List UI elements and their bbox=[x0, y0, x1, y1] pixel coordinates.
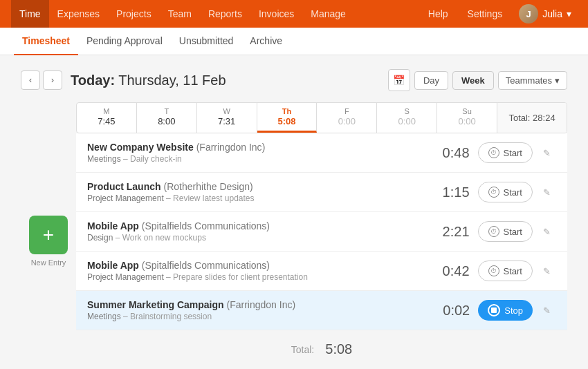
nav-invoices[interactable]: Invoices bbox=[250, 0, 302, 28]
start-button-1[interactable]: ⏱ Start bbox=[478, 182, 533, 202]
edit-button-3[interactable]: ✎ bbox=[537, 261, 556, 281]
day-thursday[interactable]: Th 5:08 bbox=[257, 103, 318, 133]
start-label: Start bbox=[504, 227, 522, 237]
stop-label: Stop bbox=[504, 305, 523, 316]
entries-area: M 7:45 T 8:00 W 7:31 Th 5:08 F 0:00 bbox=[76, 102, 567, 368]
edit-button-0[interactable]: ✎ bbox=[537, 143, 556, 162]
chevron-down-icon: ▾ bbox=[555, 75, 560, 86]
date-navigation: ‹ › bbox=[21, 70, 62, 90]
content-area: + New Entry M 7:45 T 8:00 W 7:31 bbox=[21, 102, 567, 368]
start-button-3[interactable]: ⏱ Start bbox=[478, 261, 533, 281]
start-label: Start bbox=[504, 266, 522, 276]
day-time-w: 7:31 bbox=[203, 116, 251, 126]
start-button-0[interactable]: ⏱ Start bbox=[478, 142, 533, 163]
entry-desc: Project Management – Prepare slides for … bbox=[87, 272, 428, 282]
clock-icon: ⏱ bbox=[488, 226, 499, 237]
day-monday[interactable]: M 7:45 bbox=[77, 103, 137, 133]
entry-row: Mobile App (Spitalfields Communications)… bbox=[76, 212, 567, 252]
project-name: Mobile App bbox=[87, 220, 139, 231]
entry-desc: Project Management – Review latest updat… bbox=[87, 193, 428, 203]
nav-projects[interactable]: Projects bbox=[108, 0, 160, 28]
total-value: 5:08 bbox=[325, 341, 352, 357]
entry-row-running: Summer Marketing Campaign (Farringdon In… bbox=[76, 291, 567, 330]
teammates-button[interactable]: Teammates ▾ bbox=[498, 71, 567, 90]
entry-time: 0:02 bbox=[428, 303, 470, 319]
day-label-su: Su bbox=[443, 107, 491, 115]
username: Julia bbox=[542, 8, 562, 19]
day-view-button[interactable]: Day bbox=[414, 71, 448, 90]
new-entry-label: New Entry bbox=[31, 258, 66, 267]
client-name: (Spitalfields Communications) bbox=[142, 220, 270, 231]
clock-icon: ⏱ bbox=[488, 187, 499, 198]
client-name: (Farringdon Inc) bbox=[196, 142, 266, 153]
tab-unsubmitted[interactable]: Unsubmitted bbox=[171, 28, 242, 55]
entry-time: 2:21 bbox=[428, 224, 470, 240]
task-name: Design bbox=[87, 233, 113, 243]
day-label-f: F bbox=[322, 107, 371, 115]
day-saturday[interactable]: S 0:00 bbox=[377, 103, 437, 133]
stop-button[interactable]: Stop bbox=[478, 300, 533, 321]
entry-project: Mobile App (Spitalfields Communications) bbox=[87, 260, 428, 271]
nav-expenses[interactable]: Expenses bbox=[49, 0, 108, 28]
entry-description: Work on new mockups bbox=[122, 233, 206, 243]
entry-project: Mobile App (Spitalfields Communications) bbox=[87, 220, 428, 231]
day-time-m: 7:45 bbox=[82, 116, 131, 126]
entry-time: 0:42 bbox=[428, 263, 470, 279]
teammates-label: Teammates bbox=[506, 75, 552, 86]
day-tuesday[interactable]: T 8:00 bbox=[137, 103, 197, 133]
day-time-th: 5:08 bbox=[263, 116, 311, 126]
entry-project: Summer Marketing Campaign (Farringdon In… bbox=[87, 299, 428, 310]
entry-desc: Design – Work on new mockups bbox=[87, 233, 428, 243]
entry-desc: Meetings – Daily check-in bbox=[87, 154, 428, 164]
nav-team[interactable]: Team bbox=[160, 0, 200, 28]
nav-time[interactable]: Time bbox=[11, 0, 49, 28]
edit-button-2[interactable]: ✎ bbox=[537, 222, 556, 241]
clock-icon: ⏱ bbox=[488, 147, 499, 158]
main-content: ‹ › Today: Thursday, 11 Feb 📅 Day Week T… bbox=[0, 55, 588, 369]
tab-pending-approval[interactable]: Pending Approval bbox=[78, 28, 171, 55]
day-wednesday[interactable]: W 7:31 bbox=[197, 103, 257, 133]
entry-description: Brainstorming session bbox=[130, 312, 212, 321]
day-label-t: T bbox=[143, 107, 191, 115]
today-label: Today: bbox=[71, 73, 115, 88]
view-controls: 📅 Day Week Teammates ▾ bbox=[388, 69, 567, 91]
entry-info: Product Launch (Rotherhithe Design) Proj… bbox=[87, 181, 428, 203]
nav-settings[interactable]: Settings bbox=[459, 0, 511, 28]
start-button-2[interactable]: ⏱ Start bbox=[478, 221, 533, 242]
tab-archive[interactable]: Archive bbox=[241, 28, 291, 55]
day-sunday[interactable]: Su 0:00 bbox=[437, 103, 497, 133]
week-view-button[interactable]: Week bbox=[452, 71, 494, 90]
project-name: Summer Marketing Campaign bbox=[87, 299, 224, 310]
edit-button-1[interactable]: ✎ bbox=[537, 182, 556, 202]
task-name: Meetings bbox=[87, 154, 121, 164]
stop-square-icon bbox=[491, 308, 497, 313]
nav-manage[interactable]: Manage bbox=[302, 0, 354, 28]
client-name: (Rotherhithe Design) bbox=[163, 181, 252, 192]
day-time-su: 0:00 bbox=[443, 116, 491, 126]
day-label-s: S bbox=[383, 107, 431, 115]
total-label: Total: bbox=[291, 344, 314, 355]
user-menu[interactable]: J Julia ▾ bbox=[513, 4, 577, 23]
nav-help[interactable]: Help bbox=[420, 0, 457, 28]
edit-button-4[interactable]: ✎ bbox=[537, 301, 556, 320]
date-title: Today: Thursday, 11 Feb bbox=[71, 73, 226, 88]
new-entry-section: + New Entry bbox=[21, 102, 76, 368]
nav-reports[interactable]: Reports bbox=[200, 0, 250, 28]
prev-button[interactable]: ‹ bbox=[21, 70, 40, 90]
task-name: Project Management bbox=[87, 272, 164, 282]
new-entry-button[interactable]: + bbox=[29, 216, 68, 254]
next-button[interactable]: › bbox=[43, 70, 62, 90]
project-name: Mobile App bbox=[87, 260, 139, 271]
calendar-icon: 📅 bbox=[393, 75, 405, 86]
tab-timesheet[interactable]: Timesheet bbox=[14, 28, 78, 55]
calendar-icon-button[interactable]: 📅 bbox=[388, 69, 410, 91]
entry-row: Product Launch (Rotherhithe Design) Proj… bbox=[76, 173, 567, 212]
task-name: Meetings bbox=[87, 312, 121, 321]
entry-info: Summer Marketing Campaign (Farringdon In… bbox=[87, 299, 428, 321]
day-label-th: Th bbox=[263, 107, 311, 115]
total-week-cell: Total: 28:24 bbox=[497, 103, 567, 133]
entry-time: 0:48 bbox=[428, 145, 470, 161]
day-friday[interactable]: F 0:00 bbox=[317, 103, 377, 133]
start-label: Start bbox=[504, 148, 522, 158]
entry-project: Product Launch (Rotherhithe Design) bbox=[87, 181, 428, 192]
